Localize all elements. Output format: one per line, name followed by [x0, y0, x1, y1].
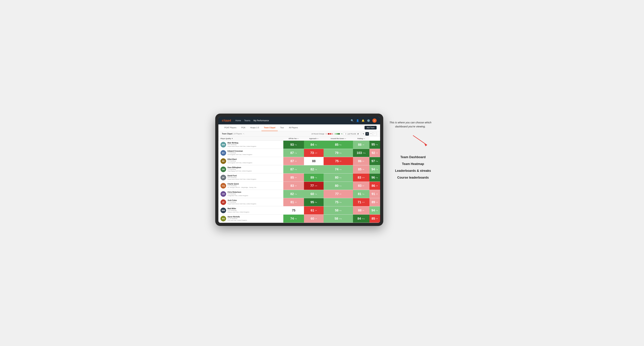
tab-all-players[interactable]: All Players	[286, 124, 300, 131]
score-cell-around-green[interactable]: 86-6	[353, 157, 370, 165]
score-cell-quality[interactable]: 74+8	[283, 215, 304, 223]
table-row[interactable]: MMMatt Miller6-10 HandicapWoburn Golf Cl…	[218, 206, 380, 215]
tab-team-clippd[interactable]: Team Clippd	[262, 124, 278, 131]
table-row[interactable]: ECEdward Crossman1-5 HandicapSunningdale…	[218, 149, 380, 157]
score-cell-around-green[interactable]: 83-10	[353, 173, 370, 182]
score-cell-around-green[interactable]: 71-11	[353, 198, 370, 206]
score-cell-around-green[interactable]: 84+21	[353, 215, 370, 223]
edit-icon[interactable]: ✎	[243, 133, 244, 135]
score-cell-quality[interactable]: 85-3	[283, 173, 304, 182]
score-cell-approach[interactable]: 74+1	[324, 165, 353, 173]
bell-icon[interactable]: 🔔	[362, 119, 364, 122]
score-cell-off-tee[interactable]: 88	[304, 157, 324, 165]
score-cell-approach[interactable]: 58+4	[324, 206, 353, 215]
nav-link-home[interactable]: Home	[235, 119, 241, 123]
score-change: +8	[339, 144, 342, 145]
table-row[interactable]: BMBlair McHargPlus HandicapRoyal North D…	[218, 141, 380, 149]
score-cell-approach[interactable]: 79+9	[324, 149, 353, 157]
table-row[interactable]: CRChris Robertson1-5 HandicapCraigmillar…	[218, 190, 380, 198]
score-cell-approach[interactable]: 80+3	[324, 173, 353, 182]
score-cell-putting[interactable]: 97+5	[370, 157, 380, 165]
score-cell-off-tee[interactable]: 89+7	[304, 173, 324, 182]
score-value: 87	[290, 159, 294, 163]
score-cell-approach[interactable]: 85+8	[324, 141, 353, 149]
score-cell-around-green[interactable]: 88-2	[353, 206, 370, 215]
nav-link-teams[interactable]: Teams	[244, 119, 250, 123]
search-icon[interactable]: 🔍	[351, 119, 354, 122]
add-team-button[interactable]: Add Team	[364, 126, 376, 130]
score-value: 82	[290, 192, 294, 196]
annotation-intro: This is where you can choose which dashb…	[388, 121, 432, 128]
score-change: -1	[362, 144, 364, 145]
user-avatar[interactable]: U	[372, 119, 376, 123]
score-value: 74	[290, 217, 294, 220]
score-cell-putting[interactable]: 86-8	[370, 182, 380, 190]
score-cell-off-tee[interactable]: 61-3	[304, 206, 324, 215]
col-header-approach[interactable]: Approach —	[304, 137, 324, 141]
score-cell-quality[interactable]: 82+3	[283, 190, 304, 198]
col-header-off-tee[interactable]: Off the Tee —	[283, 137, 304, 141]
score-cell-putting[interactable]: 85-4	[370, 215, 380, 223]
dashboard-option[interactable]: Team Heatmap	[388, 162, 438, 166]
score-cell-approach[interactable]: 77-3	[324, 190, 353, 198]
player-detail: 1-5 HandicapSunningdale Golf Club, Unite…	[228, 160, 252, 164]
tab-hcaps-1-5[interactable]: Hcaps 1-5	[248, 124, 262, 131]
score-cell-approach[interactable]: 58+10	[324, 215, 353, 223]
tab-pga[interactable]: PGA	[239, 124, 248, 131]
table-row[interactable]: CQCharlie Quick6-10 HandicapSt. George's…	[218, 182, 380, 190]
score-cell-quality[interactable]: 81-3	[283, 198, 304, 206]
score-value: 75	[335, 159, 338, 163]
last-rounds-button[interactable]: ⊙ Last Rounds: 20	[344, 132, 360, 135]
list-button[interactable]: ≡	[369, 132, 373, 136]
score-cell-off-tee[interactable]: 95+8	[304, 198, 324, 206]
person-icon[interactable]: 👤	[356, 119, 359, 122]
score-cell-putting[interactable]: 89-2	[370, 198, 380, 206]
table-row[interactable]: JCJosh Coles1-5 HandicapRoyal North Devo…	[218, 198, 380, 206]
player-cell: JCJosh Coles1-5 HandicapRoyal North Devo…	[218, 198, 283, 206]
score-cell-putting[interactable]: 94+3	[370, 206, 380, 215]
score-cell-putting[interactable]: 92-3	[370, 149, 380, 157]
table-row[interactable]: DFDavid FordPlus HandicapRoyal North Dev…	[218, 173, 380, 182]
score-cell-quality[interactable]: 87+4	[283, 165, 304, 173]
score-cell-off-tee[interactable]: 84+6	[304, 141, 324, 149]
grid-small-button[interactable]: ⊞	[362, 132, 365, 136]
score-cell-off-tee[interactable]: 73-11	[304, 149, 324, 157]
score-cell-approach[interactable]: 80+1	[324, 182, 353, 190]
dashboard-option[interactable]: Leaderboards & streaks	[388, 169, 438, 173]
score-cell-around-green[interactable]: 85-3	[353, 165, 370, 173]
settings-icon[interactable]: ⚙️	[367, 119, 370, 122]
score-cell-around-green[interactable]: 81+4	[353, 190, 370, 198]
dashboard-option[interactable]: Course leaderboards	[388, 176, 438, 179]
score-cell-around-green[interactable]: 83-6	[353, 182, 370, 190]
tab-tour[interactable]: Tour	[278, 124, 286, 131]
score-cell-quality[interactable]: 93+9	[283, 141, 304, 149]
score-cell-around-green[interactable]: 103+15	[353, 149, 370, 157]
score-cell-putting[interactable]: 96+3	[370, 173, 380, 182]
table-row[interactable]: ANAaron Nicholls11-15 HandicapDrift Golf…	[218, 215, 380, 223]
score-cell-quality[interactable]: 75	[283, 206, 304, 215]
nav-link-my-performance[interactable]: My Performance	[254, 119, 269, 123]
grid-large-button[interactable]: ⊟	[366, 132, 369, 136]
col-header-around-green[interactable]: Around the Green —	[324, 137, 353, 141]
score-cell-putting[interactable]: 94+1	[370, 165, 380, 173]
score-cell-quality[interactable]: 83-3	[283, 182, 304, 190]
col-header-player[interactable]: Player Quality ▼	[218, 137, 283, 141]
score-cell-off-tee[interactable]: 60+2	[304, 190, 324, 198]
score-value: 95	[310, 200, 314, 204]
score-cell-approach[interactable]: 75+2	[324, 198, 353, 206]
score-cell-off-tee[interactable]: 82+4	[304, 165, 324, 173]
score-cell-putting[interactable]: 91-3	[370, 190, 380, 198]
dashboard-option[interactable]: Team Dashboard	[388, 155, 438, 159]
score-cell-quality[interactable]: 87+1	[283, 149, 304, 157]
score-cell-quality[interactable]: 87-3	[283, 157, 304, 165]
score-cell-off-tee[interactable]: 60-1	[304, 215, 324, 223]
score-cell-putting[interactable]: 95+9	[370, 141, 380, 149]
col-header-putting[interactable]: Putting —	[353, 137, 370, 141]
score-cell-around-green[interactable]: 88-1	[353, 141, 370, 149]
tab-pgat-players[interactable]: PGAT Players	[222, 124, 239, 131]
score-cell-approach[interactable]: 75-3	[324, 157, 353, 165]
filter-button[interactable]: ↕	[373, 132, 376, 136]
table-row[interactable]: DBDave Billingham1-5 HandicapGog Magog G…	[218, 165, 380, 173]
table-row[interactable]: EEElliot Ebert1-5 HandicapSunningdale Go…	[218, 157, 380, 165]
score-cell-off-tee[interactable]: 77-14	[304, 182, 324, 190]
